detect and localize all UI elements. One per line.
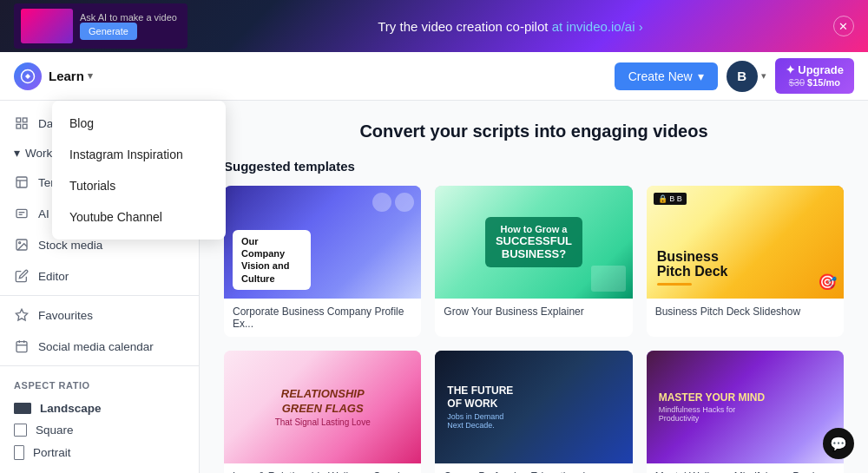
- banner-cta-link[interactable]: at invideo.io/ai ›: [552, 19, 643, 34]
- sidebar-divider-2: [0, 365, 199, 366]
- new-price: $15/mo: [807, 77, 840, 88]
- template-card-4[interactable]: RELATIONSHIPGREEN FLAGS That Signal Last…: [224, 351, 421, 473]
- template-thumb-3: 🔒 B B BusinessPitch Deck 🎯: [647, 186, 844, 299]
- favourites-icon: [14, 307, 30, 323]
- svg-rect-5: [16, 177, 27, 187]
- main-content: Convert your scripts into engaging video…: [200, 101, 868, 473]
- banner-cta-text: Try the video creation co-pilot: [378, 19, 548, 34]
- avatar-button[interactable]: B: [727, 61, 758, 92]
- banner-video-thumb: [21, 9, 73, 43]
- svg-rect-2: [23, 118, 27, 122]
- svg-point-12: [19, 242, 21, 244]
- banner-close-button[interactable]: ✕: [833, 16, 854, 36]
- svg-rect-4: [23, 124, 27, 128]
- portrait-box-icon: [14, 445, 24, 460]
- create-new-label: Create New: [628, 69, 693, 83]
- old-price: $30: [789, 77, 805, 88]
- page-title: Convert your scripts into engaging video…: [224, 122, 844, 141]
- banner-cta: Try the video creation co-pilot at invid…: [378, 19, 642, 34]
- template-thumb-5: THE FUTUREOF WORK Jobs in DemandNext Dec…: [435, 351, 632, 463]
- template-card-5[interactable]: THE FUTUREOF WORK Jobs in DemandNext Dec…: [435, 351, 632, 473]
- header-left: Learn ▾: [14, 62, 93, 90]
- avatar-wrapper: B ▾: [727, 61, 766, 92]
- editor-label: Editor: [38, 270, 69, 283]
- sidebar-item-social-calendar[interactable]: Social media calendar: [0, 331, 199, 362]
- learn-dropdown-menu: Blog Instagram Inspiration Tutorials You…: [52, 101, 226, 240]
- suggested-templates-title: Suggested templates: [224, 159, 844, 174]
- header: Learn ▾ Create New ▾ B ▾ ✦ Upgrade $30 $…: [0, 52, 868, 101]
- aspect-ratio-label: Aspect ratio: [14, 380, 185, 391]
- logo: [14, 62, 42, 90]
- social-calendar-label: Social media calendar: [38, 340, 154, 353]
- landscape-box-icon: [14, 403, 31, 414]
- learn-button[interactable]: Learn ▾: [49, 69, 93, 83]
- upgrade-price: $30 $15/mo: [789, 77, 840, 89]
- learn-label: Learn: [49, 69, 84, 83]
- upgrade-label: ✦ Upgrade: [786, 63, 844, 77]
- top-banner: Ask AI to make a video Generate Try the …: [0, 0, 868, 52]
- svg-rect-8: [16, 209, 27, 217]
- dropdown-item-instagram[interactable]: Instagram Inspiration: [52, 139, 226, 170]
- template-label-3: Business Pitch Deck Slideshow: [647, 299, 844, 325]
- landscape-label: Landscape: [40, 402, 102, 415]
- square-box-icon: [14, 424, 27, 437]
- dropdown-item-blog[interactable]: Blog: [52, 108, 226, 139]
- chat-support-button[interactable]: 💬: [823, 428, 854, 459]
- aspect-option-square[interactable]: Square: [14, 419, 185, 441]
- stock-media-icon: [14, 237, 30, 253]
- banner-video-preview: Ask AI to make a video Generate: [14, 3, 187, 49]
- chevron-down-icon: ▾: [14, 146, 20, 160]
- svg-rect-14: [16, 342, 27, 352]
- template-card-2[interactable]: How to Grow a SUCCESSFULBUSINESS? Grow Y…: [435, 186, 632, 337]
- ai-text-icon: [14, 206, 30, 221]
- template-thumb-1: Our CompanyVision andCulture: [224, 186, 421, 299]
- sidebar-divider-1: [0, 295, 199, 296]
- template-thumb-6: MASTER YOUR MIND Mindfulness Hacks forPr…: [647, 351, 844, 463]
- aspect-ratio-section: Aspect ratio Landscape Square Portrait: [0, 370, 199, 471]
- template-label-5: Career Profession Educational Slideshow: [435, 463, 632, 473]
- sidebar-item-favourites[interactable]: Favourites: [0, 299, 199, 331]
- sidebar-item-editor[interactable]: Editor: [0, 260, 199, 292]
- svg-rect-3: [16, 124, 21, 128]
- create-new-button[interactable]: Create New ▾: [615, 62, 718, 90]
- template-card-3[interactable]: 🔒 B B BusinessPitch Deck 🎯 Business Pitc…: [647, 186, 844, 337]
- editor-icon: [14, 268, 30, 284]
- upgrade-button[interactable]: ✦ Upgrade $30 $15/mo: [775, 58, 854, 94]
- dropdown-item-tutorials[interactable]: Tutorials: [52, 170, 226, 201]
- templates-grid: Our CompanyVision andCulture Corporate B…: [224, 186, 844, 473]
- templates-icon: [14, 174, 30, 190]
- aspect-option-portrait[interactable]: Portrait: [14, 441, 185, 464]
- template-label-1: Corporate Business Company Profile Ex...: [224, 299, 421, 337]
- template-label-4: Love & Relationship Wellness Coach Lis..…: [224, 463, 421, 473]
- template-card-6[interactable]: MASTER YOUR MIND Mindfulness Hacks forPr…: [647, 351, 844, 473]
- create-new-chevron-icon: ▾: [698, 69, 704, 83]
- svg-marker-13: [16, 309, 27, 320]
- stock-media-label: Stock media: [38, 239, 102, 252]
- banner-generate-button[interactable]: Generate: [80, 23, 137, 40]
- aspect-option-landscape[interactable]: Landscape: [14, 397, 185, 419]
- portrait-label: Portrait: [33, 446, 71, 459]
- template-thumb-4: RELATIONSHIPGREEN FLAGS That Signal Last…: [224, 351, 421, 463]
- avatar-chevron-icon[interactable]: ▾: [761, 70, 766, 82]
- template-thumb-2: How to Grow a SUCCESSFULBUSINESS?: [435, 186, 632, 299]
- dropdown-item-youtube[interactable]: Youtube Channel: [52, 201, 226, 233]
- learn-chevron-icon: ▾: [88, 70, 93, 82]
- square-label: Square: [36, 424, 74, 437]
- template-label-2: Grow Your Business Explainer: [435, 299, 632, 325]
- template-label-6: Mental Wellness Mindfulness Produ...: [647, 463, 844, 473]
- favourites-label: Favourites: [38, 309, 93, 322]
- banner-ask-text: Ask AI to make a video: [80, 12, 177, 23]
- dashboard-icon: [14, 115, 30, 131]
- template-card-1[interactable]: Our CompanyVision andCulture Corporate B…: [224, 186, 421, 337]
- header-right: Create New ▾ B ▾ ✦ Upgrade $30 $15/mo: [615, 58, 854, 94]
- svg-rect-1: [16, 118, 21, 122]
- social-calendar-icon: [14, 338, 30, 354]
